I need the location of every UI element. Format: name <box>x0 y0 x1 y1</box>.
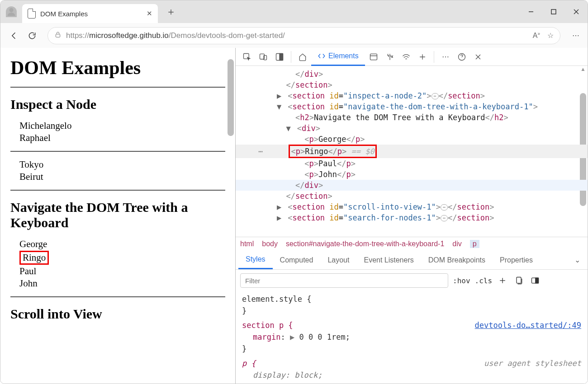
svg-rect-20 <box>517 277 521 283</box>
list-item: John <box>19 278 225 289</box>
svg-rect-2 <box>551 9 556 14</box>
svg-rect-5 <box>56 34 60 37</box>
selected-tree-node[interactable]: ⋯ <p>Ringo</p> == $0 <box>236 145 588 158</box>
lock-icon <box>54 31 62 41</box>
welcome-tab-icon[interactable] <box>295 49 310 65</box>
section-navigate-title: Navigate the DOM Tree with a Keyboard <box>10 200 225 230</box>
svg-point-0 <box>9 8 13 12</box>
profile-icon[interactable] <box>6 6 17 17</box>
dom-breadcrumb[interactable]: html body section#navigate-the-dom-tree-… <box>236 237 588 251</box>
list-item: Paul <box>19 266 225 277</box>
address-bar-row: https://microsoftedge.github.io/Demos/de… <box>0 23 588 48</box>
url-text: https://microsoftedge.github.io/Demos/de… <box>66 31 285 40</box>
sources-tab-icon[interactable] <box>382 49 398 65</box>
styles-tab[interactable]: Styles <box>238 251 273 269</box>
refresh-button[interactable] <box>23 27 41 45</box>
properties-tab[interactable]: Properties <box>493 252 540 269</box>
page-viewport: DOM Examples Inspect a Node Michelangelo… <box>0 48 236 384</box>
cls-toggle[interactable]: .cls <box>475 276 493 285</box>
divider <box>10 87 225 88</box>
close-window-button[interactable] <box>565 0 588 23</box>
devtools-panel: Elements ⋯ ▲ </div> </section> <box>236 48 588 384</box>
computed-tab[interactable]: Computed <box>273 252 321 269</box>
toggle-computed-icon[interactable] <box>529 275 541 286</box>
highlighted-element: Ringo <box>19 251 49 265</box>
back-button[interactable] <box>5 27 23 45</box>
new-tab-button[interactable]: ＋ <box>166 5 176 19</box>
page-content: DOM Examples Inspect a Node Michelangelo… <box>0 48 235 384</box>
svg-rect-22 <box>536 278 539 283</box>
maximize-button[interactable] <box>542 0 565 23</box>
minimize-button[interactable] <box>520 0 542 23</box>
elements-tab[interactable]: Elements <box>311 48 365 66</box>
new-style-rule-icon[interactable] <box>497 275 508 286</box>
address-bar[interactable]: https://microsoftedge.github.io/Demos/de… <box>47 27 560 44</box>
dom-tree[interactable]: </div> </section> ▶ <section id="inspect… <box>236 66 588 237</box>
highlighted-tree-node: <p>Ringo</p> == $0 <box>289 145 376 158</box>
devtools-toolbar: Elements ⋯ <box>236 48 588 66</box>
device-emulation-icon[interactable] <box>256 49 271 65</box>
browser-window: DOM Examples ✕ ＋ https://microsoftedge.g… <box>0 0 588 384</box>
crumb-section[interactable]: section#navigate-the-dom-tree-with-a-key… <box>286 240 444 248</box>
list-item: George <box>19 239 225 250</box>
more-menu-button[interactable]: ⋯ <box>569 28 583 43</box>
page-h1: DOM Examples <box>10 57 225 79</box>
favorite-icon[interactable]: ☆ <box>547 31 554 40</box>
tab-title: DOM Examples <box>40 10 88 18</box>
styles-tabs: Styles Computed Layout Event Listeners D… <box>236 251 588 270</box>
copy-styles-icon[interactable] <box>513 275 525 286</box>
hov-toggle[interactable]: :hov <box>453 276 470 285</box>
dom-breakpoints-tab[interactable]: DOM Breakpoints <box>421 252 493 269</box>
section-scroll-title: Scroll into View <box>10 306 225 322</box>
help-icon[interactable] <box>454 49 469 65</box>
layout-tab[interactable]: Layout <box>320 252 356 269</box>
window-controls <box>520 0 588 23</box>
divider <box>10 296 225 297</box>
titlebar: DOM Examples ✕ ＋ <box>0 0 588 23</box>
divider <box>10 190 225 191</box>
list-item: Michelangelo <box>19 120 225 131</box>
dock-side-icon[interactable] <box>272 49 287 65</box>
crumb-div[interactable]: div <box>452 240 461 248</box>
network-tab-icon[interactable] <box>398 49 414 65</box>
css-rule[interactable]: section p {devtools-do…started/:49 margi… <box>242 319 581 355</box>
event-listeners-tab[interactable]: Event Listeners <box>356 252 421 269</box>
styles-rules: element.style { } section p {devtools-do… <box>236 291 588 384</box>
source-link[interactable]: devtools-do…started/:49 <box>475 319 581 331</box>
styles-filter-row: :hov .cls <box>236 270 588 291</box>
crumb-p[interactable]: p <box>470 240 479 248</box>
read-aloud-icon[interactable]: A» <box>533 31 540 40</box>
more-tools-icon[interactable]: ⋯ <box>438 49 453 65</box>
add-tab-icon[interactable] <box>415 49 430 65</box>
console-tab-icon[interactable] <box>366 49 381 65</box>
tab-close-icon[interactable]: ✕ <box>147 9 152 18</box>
section-inspect-title: Inspect a Node <box>10 97 225 112</box>
more-tabs-icon[interactable]: ⌄ <box>570 251 585 269</box>
page-favicon <box>28 9 36 19</box>
browser-tab[interactable]: DOM Examples ✕ <box>22 4 158 23</box>
list-item: Raphael <box>19 132 225 144</box>
page-scrollbar[interactable] <box>228 52 234 384</box>
close-devtools-icon[interactable] <box>470 49 486 65</box>
list-item: Ringo <box>19 251 225 265</box>
element-style-rule[interactable]: element.style { } <box>242 293 581 317</box>
css-rule-ua[interactable]: p {user agent stylesheet display: block; <box>242 357 581 381</box>
divider <box>10 151 225 152</box>
list-item: Tokyo <box>19 159 225 170</box>
inspect-element-icon[interactable] <box>239 49 255 65</box>
crumb-body[interactable]: body <box>262 240 278 248</box>
crumb-html[interactable]: html <box>240 240 254 248</box>
styles-filter-input[interactable] <box>240 273 448 288</box>
svg-rect-10 <box>280 53 283 60</box>
svg-rect-11 <box>370 54 377 60</box>
content-area: DOM Examples Inspect a Node Michelangelo… <box>0 48 588 384</box>
list-item: Beirut <box>19 171 225 183</box>
